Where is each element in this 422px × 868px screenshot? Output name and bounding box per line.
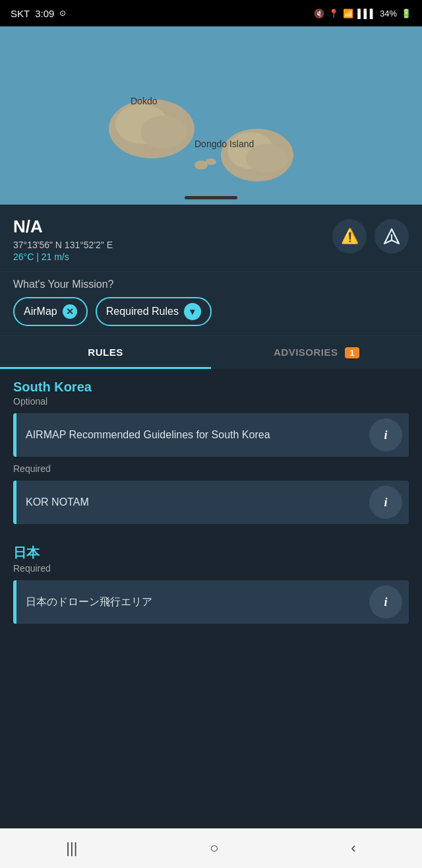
region-south-korea: South Korea Optional AIRMAP Recommended … (0, 369, 422, 533)
location-coords: 37°13'56" N 131°52'2" E (13, 240, 113, 250)
mission-section: What's Your Mission? AirMap ✕ Required R… (0, 271, 422, 335)
rule-japan-drone-info-button[interactable]: i (369, 585, 402, 618)
region-japan: 日本 Required 日本のドローン飛行エリア i (0, 533, 422, 633)
region-south-korea-required-label: Required (13, 463, 409, 474)
info-icon-2: i (384, 496, 387, 510)
region-japan-title: 日本 (13, 544, 409, 562)
battery-text: 34% (380, 9, 397, 18)
tag-airmap[interactable]: AirMap ✕ (13, 297, 88, 326)
map-area[interactable]: Dokdo Dongdo Island (0, 26, 422, 205)
tab-rules[interactable]: RULES (0, 336, 211, 369)
mission-label: What's Your Mission? (13, 279, 409, 290)
mission-tags: AirMap ✕ Required Rules ▾ (13, 297, 409, 326)
rule-kor-notam-text: KOR NOTAM (16, 484, 363, 520)
region-japan-required-label: Required (13, 563, 409, 574)
mute-icon: 🔇 (314, 9, 324, 18)
status-left: SKT 3:09 ⊙ (11, 8, 66, 19)
tag-airmap-close[interactable]: ✕ (63, 304, 77, 319)
status-bar: SKT 3:09 ⊙ 🔇 📍 📶 ▌▌▌ 34% 🔋 (0, 0, 422, 26)
rule-airmap-guidelines: AIRMAP Recommended Guidelines for South … (13, 413, 409, 457)
tag-required-rules[interactable]: Required Rules ▾ (96, 297, 212, 326)
tab-advisories-badge: 1 (345, 347, 359, 358)
tab-advisories-label: ADVISORIES (274, 347, 338, 358)
signal-icon: ▌▌▌ (357, 9, 376, 18)
info-panel: N/A 37°13'56" N 131°52'2" E 26°C | 21 m/… (0, 205, 422, 271)
carrier-icon: ⊙ (59, 9, 66, 18)
rule-japan-drone: 日本のドローン飛行エリア i (13, 580, 409, 624)
location-info: N/A 37°13'56" N 131°52'2" E 26°C | 21 m/… (13, 217, 113, 262)
carrier-text: SKT (11, 8, 30, 19)
map-svg (0, 26, 422, 205)
tag-airmap-label: AirMap (24, 306, 57, 317)
tabs: RULES ADVISORIES 1 (0, 335, 422, 369)
svg-point-7 (195, 160, 208, 170)
tab-advisories[interactable]: ADVISORIES 1 (211, 336, 422, 369)
svg-point-8 (206, 158, 216, 165)
status-right: 🔇 📍 📶 ▌▌▌ 34% 🔋 (314, 9, 411, 18)
rule-kor-notam-info-button[interactable]: i (369, 486, 402, 519)
rule-airmap-guidelines-info-button[interactable]: i (369, 418, 402, 451)
nav-home-button[interactable]: ○ (190, 834, 238, 862)
time-text: 3:09 (35, 8, 54, 19)
map-label-dongdo: Dongdo Island (195, 139, 254, 149)
action-buttons: ⚠️ (332, 219, 409, 253)
info-icon-3: i (384, 595, 387, 609)
rule-airmap-guidelines-text: AIRMAP Recommended Guidelines for South … (16, 417, 363, 453)
location-icon: 📍 (328, 9, 339, 18)
nav-menu-button[interactable]: ||| (46, 834, 97, 862)
wifi-icon: 📶 (343, 9, 353, 18)
svg-rect-0 (0, 26, 422, 205)
rule-japan-drone-text: 日本のドローン飛行エリア (16, 584, 363, 620)
send-button[interactable] (375, 219, 409, 253)
region-south-korea-title: South Korea (13, 380, 409, 395)
nav-menu-icon: ||| (66, 840, 77, 856)
map-label-dokdo: Dokdo (131, 96, 157, 106)
region-south-korea-optional-label: Optional (13, 396, 409, 407)
info-icon: i (384, 428, 387, 442)
tag-required-rules-label: Required Rules (106, 306, 179, 317)
tag-required-rules-chevron[interactable]: ▾ (184, 303, 201, 320)
location-weather: 26°C | 21 m/s (13, 251, 113, 262)
send-icon (383, 228, 400, 245)
rules-content: South Korea Optional AIRMAP Recommended … (0, 369, 422, 659)
tab-rules-label: RULES (88, 347, 123, 358)
rule-kor-notam: KOR NOTAM i (13, 481, 409, 524)
warning-icon: ⚠️ (341, 228, 359, 245)
location-name: N/A (13, 217, 113, 237)
svg-point-3 (140, 116, 187, 149)
bottom-nav: ||| ○ ‹ (0, 828, 422, 868)
nav-back-icon: ‹ (351, 840, 355, 856)
map-handle[interactable] (185, 196, 237, 199)
nav-home-icon: ○ (210, 840, 218, 856)
warning-button[interactable]: ⚠️ (332, 219, 367, 253)
nav-back-button[interactable]: ‹ (331, 834, 375, 862)
battery-icon: 🔋 (401, 9, 411, 18)
